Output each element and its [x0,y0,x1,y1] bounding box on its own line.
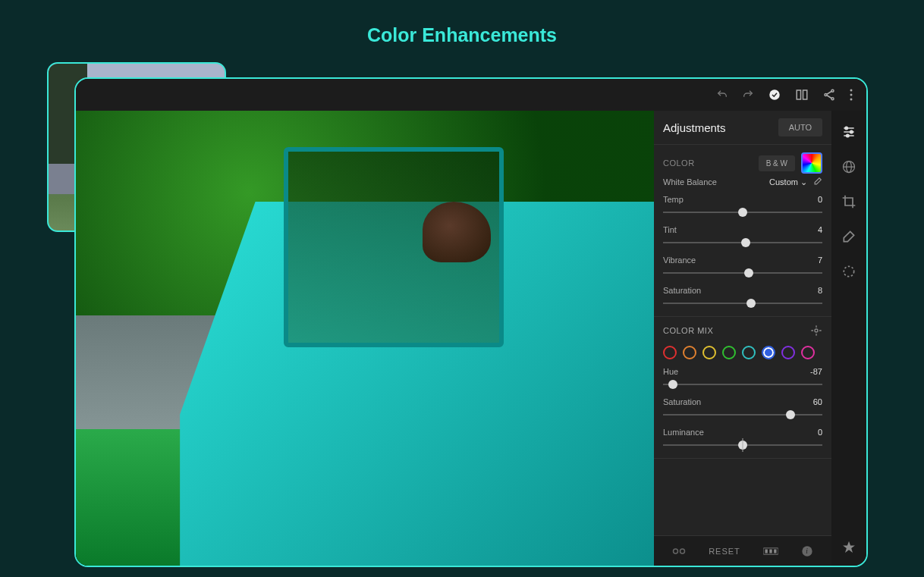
color-wheel-button[interactable] [801,152,822,174]
slider-value: 8 [818,286,822,295]
target-adjust-icon[interactable] [810,325,822,337]
svg-point-19 [850,130,853,133]
temp-slider[interactable] [663,207,822,218]
crop-tool-icon[interactable] [841,194,856,209]
svg-rect-15 [774,549,776,553]
slider-value: 0 [818,195,822,204]
image-canvas[interactable] [76,111,654,566]
reset-button[interactable]: RESET [709,547,740,556]
svg-rect-2 [803,90,807,99]
slider-label: Tint [663,225,677,234]
auto-button[interactable]: AUTO [778,118,822,136]
swatch-green[interactable] [722,346,736,359]
slider-value: 4 [818,225,822,234]
saturation-slider[interactable] [663,298,822,309]
svg-point-23 [844,266,853,276]
svg-point-20 [847,134,849,136]
svg-point-18 [845,127,847,129]
mask-tool-icon[interactable] [841,264,856,279]
svg-point-6 [850,89,853,92]
star-icon[interactable] [841,540,856,555]
compare-icon[interactable] [795,88,809,102]
share-icon[interactable] [822,88,836,102]
swatch-blue[interactable] [762,346,775,359]
svg-point-0 [769,89,780,100]
svg-point-7 [850,94,853,96]
white-balance-select[interactable]: Custom ⌄ [769,177,807,187]
svg-point-3 [831,89,834,92]
swatch-magenta[interactable] [801,346,815,359]
swatch-orange[interactable] [683,346,696,359]
globe-icon[interactable] [841,159,856,174]
eyedropper-icon[interactable] [812,177,822,187]
color-mix-swatches [663,346,822,359]
previous-preset-icon[interactable] [672,547,686,556]
slider-value: 0 [818,428,822,437]
adjust-tool-icon[interactable] [841,124,856,140]
filmstrip-icon[interactable] [763,547,778,556]
app-topbar [76,79,866,111]
saturation-slider[interactable] [663,409,822,420]
panel-title: Adjustments [663,121,726,134]
svg-rect-14 [769,549,772,553]
svg-point-11 [680,549,685,553]
luminance-slider[interactable] [663,440,822,450]
slider-value: 60 [813,397,822,406]
tool-rail [831,111,866,566]
vibrance-slider[interactable] [663,268,822,278]
swatch-aqua[interactable] [742,346,756,359]
hue-slider[interactable] [663,379,822,390]
svg-text:i: i [806,547,808,555]
healing-tool-icon[interactable] [841,229,856,244]
page-title: Color Enhancements [0,0,924,46]
swatch-yellow[interactable] [702,346,716,359]
white-balance-label: White Balance [663,177,765,187]
slider-label: Luminance [663,428,704,437]
cloud-done-icon[interactable] [768,88,781,102]
slider-label: Saturation [663,397,701,406]
bw-tab-button[interactable]: B & W [759,155,795,171]
chevron-down-icon: ⌄ [800,177,807,187]
tint-slider[interactable] [663,237,822,248]
svg-point-5 [831,98,834,100]
slider-label: Hue [663,367,678,376]
swatch-purple[interactable] [781,346,795,359]
info-icon[interactable]: i [801,545,813,557]
adjustments-panel: Adjustments AUTO COLOR B & W White Balan… [654,111,831,566]
slider-value: -87 [810,367,822,376]
svg-point-8 [850,99,853,101]
swatch-red[interactable] [663,346,677,359]
svg-rect-1 [797,90,800,99]
app-window: Adjustments AUTO COLOR B & W White Balan… [74,77,868,567]
svg-point-4 [825,94,827,96]
color-mix-title: COLOR MIX [663,326,713,335]
svg-point-9 [815,329,818,332]
slider-label: Temp [663,195,684,204]
redo-icon[interactable] [742,89,754,101]
undo-icon[interactable] [716,89,728,101]
slider-label: Vibrance [663,256,696,265]
svg-point-10 [674,549,678,553]
color-tab-label: COLOR [663,158,753,168]
slider-label: Saturation [663,286,701,295]
more-icon[interactable] [850,89,853,101]
svg-rect-13 [765,549,767,553]
slider-value: 7 [818,256,822,265]
panel-footer: RESET i [654,535,831,566]
